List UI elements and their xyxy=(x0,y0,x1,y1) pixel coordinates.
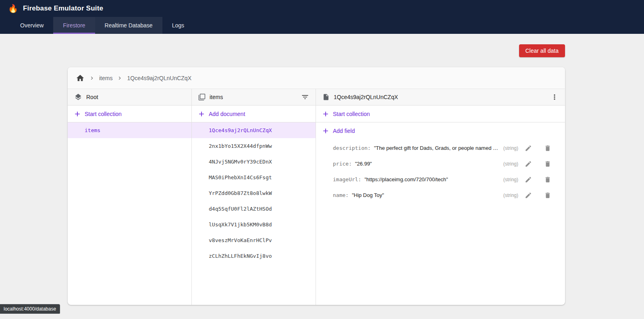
add-document-button[interactable]: Add document xyxy=(192,106,316,122)
field-actions: (string) xyxy=(499,145,551,152)
header-top-bar: 🔥 Firebase Emulator Suite xyxy=(0,0,644,17)
field-name: imageUrl: xyxy=(333,176,361,182)
document-list-item[interactable]: 2nx1bYo15X2X44dfpnWw xyxy=(192,138,316,154)
plus-icon xyxy=(322,127,330,135)
document-list-item[interactable]: 4NJvj5NGMv0rY39cEDnX xyxy=(192,154,316,170)
plus-icon xyxy=(197,110,206,118)
document-panel-title: 1Qce4s9aj2rQLnUnCZqX xyxy=(334,94,398,100)
delete-field-icon[interactable] xyxy=(544,176,551,183)
field-row: description: "The perfect gift for Dads,… xyxy=(316,140,565,156)
breadcrumb-document[interactable]: 1Qce4s9aj2rQLnUnCZqX xyxy=(127,75,191,81)
tab-label: Logs xyxy=(172,22,184,29)
document-list-item[interactable]: YrPZdd0Gb87Zt8o8lwkW xyxy=(192,185,316,201)
edit-field-icon[interactable] xyxy=(525,192,532,199)
breadcrumb-collection[interactable]: items xyxy=(99,75,112,81)
nav-tabs: Overview Firestore Realtime Database Log… xyxy=(0,17,644,34)
collection-list-item[interactable]: items xyxy=(68,122,191,138)
edit-field-icon[interactable] xyxy=(525,145,532,152)
action-label: Start collection xyxy=(85,111,122,117)
document-list-item[interactable]: 1Qce4s9aj2rQLnUnCZqX xyxy=(192,122,316,138)
chevron-right-icon xyxy=(116,75,123,81)
action-label: Add document xyxy=(209,111,245,117)
collection-icon xyxy=(198,93,206,101)
collection-list: items xyxy=(68,122,191,138)
edit-field-icon[interactable] xyxy=(525,160,532,168)
plus-icon xyxy=(322,110,330,118)
edit-field-icon[interactable] xyxy=(525,176,532,183)
main-content: Clear all data items 1Qce4s9aj2rQLnUnCZq… xyxy=(68,44,565,305)
document-list-item[interactable]: v8veszMrVoKaEnrHClPv xyxy=(192,232,316,248)
firestore-panel-card: items 1Qce4s9aj2rQLnUnCZqX Root xyxy=(68,67,565,305)
field-type: (string) xyxy=(503,161,518,167)
field-name: name: xyxy=(333,192,349,198)
tab-label: Firestore xyxy=(63,22,85,29)
field-type: (string) xyxy=(503,145,518,151)
action-label: Add field xyxy=(333,128,355,134)
field-type: (string) xyxy=(503,193,518,198)
field-value: "Hip Dog Toy" xyxy=(352,192,384,198)
plus-icon xyxy=(73,110,81,118)
field-actions: (string) xyxy=(499,192,551,199)
firestore-root-icon xyxy=(74,93,82,101)
start-collection-button[interactable]: Start collection xyxy=(68,106,191,122)
tab-label: Overview xyxy=(20,22,44,29)
more-vert-icon[interactable] xyxy=(551,93,559,101)
delete-field-icon[interactable] xyxy=(544,145,551,152)
toolbar-row: Clear all data xyxy=(68,44,565,57)
field-actions: (string) xyxy=(499,160,551,168)
action-label: Start collection xyxy=(333,111,370,117)
collection-panel: items Add document 1Qce4s9aj2rQLnUnCZqX … xyxy=(192,89,316,305)
clear-all-data-button[interactable]: Clear all data xyxy=(519,44,565,57)
field-actions: (string) xyxy=(499,176,551,183)
tab-firestore[interactable]: Firestore xyxy=(53,17,95,34)
collection-panel-title: items xyxy=(210,94,223,100)
field-value: "26.99" xyxy=(355,161,372,167)
root-panel-header: Root xyxy=(68,89,191,106)
document-panel-header: 1Qce4s9aj2rQLnUnCZqX xyxy=(316,89,565,106)
field-value: "https://placeimg.com/720/700/tech" xyxy=(364,176,448,182)
field-row: imageUrl: "https://placeimg.com/720/700/… xyxy=(316,172,565,187)
root-panel: Root Start collection items xyxy=(68,89,192,305)
field-row: price: "26.99" (string) xyxy=(316,156,565,172)
document-panel: 1Qce4s9aj2rQLnUnCZqX Start collection A xyxy=(316,89,565,305)
tab-logs[interactable]: Logs xyxy=(162,17,194,34)
field-type: (string) xyxy=(503,177,518,182)
home-icon[interactable] xyxy=(76,74,85,83)
collection-panel-header: items xyxy=(192,89,316,106)
field-row: name: "Hip Dog Toy" (string) xyxy=(316,187,565,203)
field-value: "The perfect gift for Dads, Grads, or pe… xyxy=(374,145,499,151)
breadcrumb: items 1Qce4s9aj2rQLnUnCZqX xyxy=(68,67,565,89)
delete-field-icon[interactable] xyxy=(544,192,551,199)
add-field-button[interactable]: Add field xyxy=(316,122,565,139)
chevron-right-icon xyxy=(89,75,95,81)
tab-overview[interactable]: Overview xyxy=(10,17,53,34)
document-list-item[interactable]: d4q5SqfU0Fl2lAZtHSOd xyxy=(192,201,316,217)
panels: Root Start collection items xyxy=(68,89,565,305)
field-name: price: xyxy=(333,161,352,167)
delete-field-icon[interactable] xyxy=(544,160,551,168)
app-title: Firebase Emulator Suite xyxy=(23,4,103,12)
status-url: localhost:4000/database xyxy=(0,304,60,314)
filter-icon[interactable] xyxy=(301,93,309,101)
document-icon xyxy=(322,93,330,101)
app-header: 🔥 Firebase Emulator Suite Overview Fires… xyxy=(0,0,644,34)
document-list-item[interactable]: lUsqXk7V1jkb5KM0vB8d xyxy=(192,217,316,232)
tab-label: Realtime Database xyxy=(105,22,153,29)
tab-realtime-database[interactable]: Realtime Database xyxy=(95,17,162,34)
document-list: 1Qce4s9aj2rQLnUnCZqX 2nx1bYo15X2X44dfpnW… xyxy=(192,122,316,264)
start-collection-button[interactable]: Start collection xyxy=(316,106,565,122)
document-list-item[interactable]: zCLhZhLLFhEkNGvIj8vo xyxy=(192,248,316,264)
root-panel-title: Root xyxy=(86,94,98,100)
field-list: description: "The perfect gift for Dads,… xyxy=(316,139,565,203)
field-name: description: xyxy=(333,145,371,151)
document-list-item[interactable]: MAS0iPhebXnI4Cs6Fsgt xyxy=(192,170,316,185)
